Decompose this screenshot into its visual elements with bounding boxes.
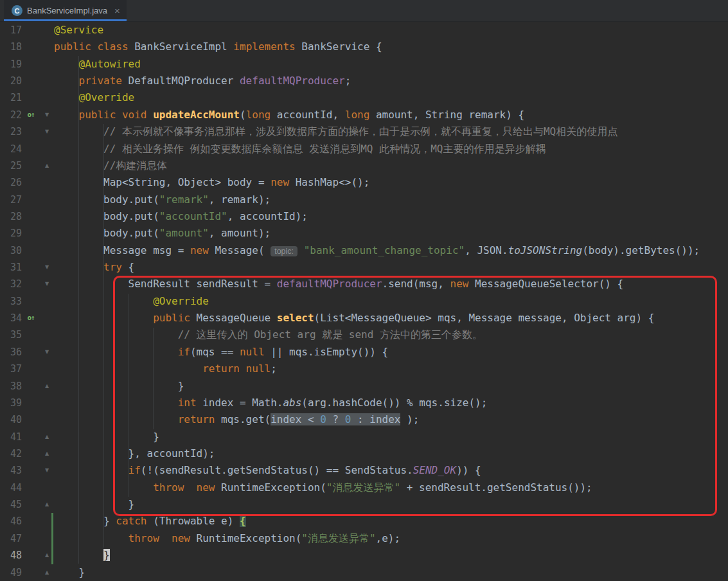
fold-up-icon[interactable]: ▲ [40, 496, 54, 513]
line-number[interactable]: 24 [0, 141, 22, 157]
line-number[interactable]: 37 [0, 361, 22, 377]
line-number[interactable]: 42 [0, 445, 22, 462]
code-line-39[interactable]: 39 int index = Math.abs(arg.hashCode()) … [0, 395, 728, 411]
gutter-spacer [22, 411, 40, 428]
gutter-spacer [22, 445, 40, 462]
line-number[interactable]: 45 [0, 496, 22, 513]
code-line-17[interactable]: 17@Service [0, 22, 728, 39]
code-line-32[interactable]: 32▼ SendResult sendResult = defaultMQPro… [0, 276, 728, 292]
code-editor[interactable]: 17@Service18public class BankServiceImpl… [0, 22, 728, 581]
code-line-44[interactable]: 44 throw new RuntimeException("消息发送异常" +… [0, 479, 728, 496]
code-line-49[interactable]: 49▲ } [0, 564, 728, 581]
code-text: SendResult sendResult = defaultMQProduce… [54, 276, 623, 292]
code-line-47[interactable]: 47 throw new RuntimeException("消息发送异常",e… [0, 530, 728, 547]
code-line-26[interactable]: 26 Map<String, Object> body = new HashMa… [0, 174, 728, 191]
line-number[interactable]: 19 [0, 56, 22, 73]
code-text: throw new RuntimeException("消息发送异常" + se… [54, 479, 592, 496]
code-line-42[interactable]: 42▲ }, accountId); [0, 445, 728, 462]
editor-tab-bar: C BankServiceImpl.java × [0, 0, 728, 22]
line-number[interactable]: 32 [0, 276, 22, 292]
line-number[interactable]: 20 [0, 73, 22, 89]
tab-bankserviceimpl-java[interactable]: C BankServiceImpl.java × [4, 0, 127, 21]
code-text: return null; [54, 361, 277, 377]
line-number[interactable]: 30 [0, 242, 22, 259]
code-line-37[interactable]: 37 return null; [0, 361, 728, 377]
code-line-45[interactable]: 45▲ } [0, 496, 728, 513]
line-number[interactable]: 25 [0, 157, 22, 174]
code-line-36[interactable]: 36▼ if(mqs == null || mqs.isEmpty()) { [0, 344, 728, 361]
code-line-41[interactable]: 41▲ } [0, 429, 728, 445]
code-line-21[interactable]: 21 @Override [0, 89, 728, 106]
code-line-30[interactable]: 30 Message msg = new Message( topic: "ba… [0, 242, 728, 259]
fold-down-icon[interactable]: ▼ [40, 259, 54, 276]
fold-down-icon[interactable]: ▼ [40, 344, 54, 361]
fold-down-icon[interactable]: ▼ [40, 123, 54, 140]
code-line-31[interactable]: 31▼ try { [0, 259, 728, 276]
line-number[interactable]: 33 [0, 293, 22, 310]
code-text: return mqs.get(index < 0 ? 0 : index ); [54, 411, 419, 428]
gutter-spacer [22, 326, 40, 343]
line-number[interactable]: 48 [0, 547, 22, 564]
override-gutter-icon[interactable]: o↑ [22, 107, 40, 123]
line-number[interactable]: 36 [0, 344, 22, 361]
code-line-43[interactable]: 43▼ if(!(sendResult.getSendStatus() == S… [0, 462, 728, 479]
line-number[interactable]: 41 [0, 429, 22, 445]
line-number[interactable]: 29 [0, 225, 22, 242]
line-number[interactable]: 28 [0, 208, 22, 225]
gutter-spacer [22, 513, 40, 530]
code-line-34[interactable]: 34o↑ public MessageQueue select(List<Mes… [0, 310, 728, 326]
tab-close-icon[interactable]: × [114, 5, 120, 16]
code-line-22[interactable]: 22o↑▼ public void updateAccMount(long ac… [0, 107, 728, 123]
fold-down-icon[interactable]: ▼ [40, 462, 54, 479]
fold-spacer [40, 192, 54, 208]
code-line-25[interactable]: 25▲ //构建消息体 [0, 157, 728, 174]
code-line-38[interactable]: 38▲ } [0, 378, 728, 395]
line-number[interactable]: 40 [0, 411, 22, 428]
code-line-27[interactable]: 27 body.put("remark", remark); [0, 192, 728, 208]
line-number[interactable]: 46 [0, 513, 22, 530]
line-number[interactable]: 22 [0, 107, 22, 123]
fold-down-icon[interactable]: ▼ [40, 276, 54, 292]
fold-up-icon[interactable]: ▲ [40, 445, 54, 462]
line-number[interactable]: 27 [0, 192, 22, 208]
code-text: try { [54, 259, 134, 276]
line-number[interactable]: 31 [0, 259, 22, 276]
code-line-29[interactable]: 29 body.put("amount", amount); [0, 225, 728, 242]
line-number[interactable]: 44 [0, 479, 22, 496]
line-number[interactable]: 47 [0, 530, 22, 547]
line-number[interactable]: 49 [0, 564, 22, 581]
fold-down-icon[interactable]: ▼ [40, 107, 54, 123]
code-line-18[interactable]: 18public class BankServiceImpl implement… [0, 39, 728, 55]
gutter: 46 [0, 513, 54, 530]
code-line-40[interactable]: 40 return mqs.get(index < 0 ? 0 : index … [0, 411, 728, 428]
line-number[interactable]: 35 [0, 326, 22, 343]
code-line-19[interactable]: 19 @Autowired [0, 56, 728, 73]
gutter-spacer [22, 56, 40, 73]
code-line-33[interactable]: 33 @Override [0, 293, 728, 310]
line-number[interactable]: 38 [0, 378, 22, 395]
line-number[interactable]: 17 [0, 22, 22, 39]
line-number[interactable]: 18 [0, 39, 22, 55]
gutter-spacer [22, 225, 40, 242]
code-line-35[interactable]: 35 // 这里传入的 Object arg 就是 send 方法中的第三个参数… [0, 326, 728, 343]
code-text: } [54, 496, 134, 513]
line-number[interactable]: 21 [0, 89, 22, 106]
fold-up-icon[interactable]: ▲ [40, 157, 54, 174]
fold-up-icon[interactable]: ▲ [40, 429, 54, 445]
gutter: 40 [0, 411, 54, 428]
code-line-24[interactable]: 24 // 相关业务操作 例如变更数据库余额信息 发送消息到MQ 此种情况，MQ… [0, 141, 728, 157]
fold-up-icon[interactable]: ▲ [40, 378, 54, 395]
fold-up-icon[interactable]: ▲ [40, 564, 54, 581]
line-number[interactable]: 34 [0, 310, 22, 326]
code-line-28[interactable]: 28 body.put("accountId", accountId); [0, 208, 728, 225]
code-line-46[interactable]: 46 } catch (Throwable e) { [0, 513, 728, 530]
code-line-48[interactable]: 48▲ } [0, 547, 728, 564]
line-number[interactable]: 43 [0, 462, 22, 479]
fold-spacer [40, 293, 54, 310]
line-number[interactable]: 26 [0, 174, 22, 191]
code-line-23[interactable]: 23▼ // 本示例就不像事务消息那样，涉及到数据库方面的操作，由于是示例，就不… [0, 123, 728, 140]
line-number[interactable]: 39 [0, 395, 22, 411]
override-gutter-icon[interactable]: o↑ [22, 310, 40, 326]
code-line-20[interactable]: 20 private DefaultMQProducer defaultMQPr… [0, 73, 728, 89]
line-number[interactable]: 23 [0, 123, 22, 140]
